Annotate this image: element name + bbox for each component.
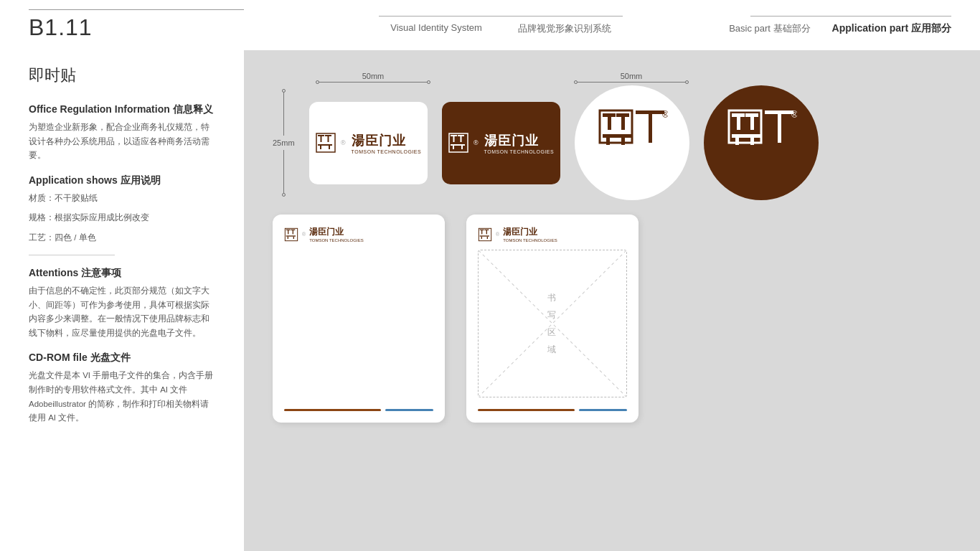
svg-rect-35 [765,110,793,114]
svg-rect-49 [484,229,489,230]
notepad2-cn: 湯臣门业 [503,226,557,238]
svg-rect-13 [451,144,465,146]
notepad2-text: 湯臣门业 TOMSON TECHNOLOGIES [503,226,557,242]
svg-rect-42 [293,230,293,234]
dim1-dot-right [427,80,430,84]
notepad1-cn: 湯臣门业 [309,226,363,238]
sticker1-en: TOMSON TECHNOLOGIES [352,149,422,154]
notepad2-footer [478,409,627,411]
notepad1-body [284,242,433,405]
svg-rect-18 [608,117,611,130]
notepad2-reg: ® [496,232,499,237]
notepad1-footer [284,409,433,411]
dim-side-group: 25mm [273,89,295,197]
svg-rect-3 [325,135,331,136]
sticker-dark: ® 湯臣门业 TOMSON TECHNOLOGIES [442,102,560,184]
svg-rect-41 [291,229,295,230]
content-area: 50mm 50mm [244,50,980,551]
section1-text: 为塑造企业新形象，配合企业商务礼仪规范，特设计各种办公系统用品，以适应各种商务活… [29,121,215,163]
svg-rect-45 [293,236,294,238]
sticker1-reg: ® [341,139,346,146]
svg-rect-2 [320,136,321,142]
svg-rect-30 [745,113,758,117]
svg-rect-33 [735,138,739,145]
dim1-line [316,80,430,84]
svg-rect-7 [329,146,330,149]
top-stickers-section: 50mm 50mm [273,72,951,200]
sticker2-en: TOMSON TECHNOLOGIES [484,149,555,154]
notepad2-icon [478,227,492,242]
dim-side-line2 [283,150,284,193]
sticker-circle-white: ® [575,85,689,200]
svg-rect-24 [636,110,664,114]
svg-rect-15 [461,146,463,149]
svg-rect-34 [750,138,754,145]
sticker1-cn: 湯臣门业 [352,132,422,149]
svg-rect-20 [621,117,625,130]
notepad1-logo: ® 湯臣门业 TOMSON TECHNOLOGIES [284,226,433,242]
svg-rect-44 [288,236,288,238]
page-container: B1.11 Visual Identity System 品牌视觉形象识别系统 … [0,0,980,551]
app-part-label: Application part 应用部分 [832,22,951,35]
sticker1-text: 湯臣门业 TOMSON TECHNOLOGIES [352,132,422,154]
section2-line2: 规格：根据实际应用成比例改变 [29,211,215,225]
section4-title: CD-ROM file 光盘文件 [29,352,215,364]
svg-rect-19 [616,113,629,117]
header-center-labels: Visual Identity System 品牌视觉形象识别系统 [390,22,611,35]
notepads-row: ® 湯臣门业 TOMSON TECHNOLOGIES [273,215,951,423]
dim2-dot-right [685,80,689,84]
svg-rect-36 [778,114,781,143]
svg-rect-23 [621,138,625,145]
sticker2-logo: ® 湯臣门业 TOMSON TECHNOLOGIES [448,132,554,154]
sidebar-title: 即时贴 [29,65,215,86]
svg-rect-4 [327,136,329,142]
sticker2-icon [448,132,469,154]
sticker2-cn: 湯臣门业 [484,132,555,149]
sticker3-icon: ® [596,107,668,179]
svg-rect-12 [460,136,461,142]
svg-rect-17 [603,113,616,117]
page-number: B1.11 [29,14,273,41]
notepad1-blue-line [385,409,433,411]
header-center-line [379,16,623,17]
svg-rect-39 [286,229,291,230]
svg-rect-29 [737,117,740,130]
svg-rect-9 [451,135,457,136]
section1-title: Office Regulation Information 信息释义 [29,103,215,116]
notepad2-brown-line [478,409,575,411]
svg-rect-22 [606,138,610,145]
dim2-label: 50mm [621,72,643,80]
sticker2-reg: ® [473,139,479,146]
svg-rect-28 [732,113,745,117]
section2-line1: 材质：不干胶贴纸 [29,192,215,206]
notepad2-writing-area: 书 写 区 域 [478,250,627,397]
svg-rect-25 [649,114,652,143]
notepad1-text: 湯臣门业 TOMSON TECHNOLOGIES [309,226,363,242]
svg-rect-10 [453,136,454,142]
header-right: Basic part 基础部分 Application part 应用部分 [729,16,951,35]
notepad2-en: TOMSON TECHNOLOGIES [503,238,557,242]
svg-rect-14 [453,146,454,149]
svg-rect-51 [480,235,489,236]
sticker-white: ® 湯臣门业 TOMSON TECHNOLOGIES [309,102,428,184]
svg-rect-31 [750,117,754,130]
notepad2-blue-line [579,409,627,411]
section2-title: Application shows 应用说明 [29,174,215,187]
sidebar-divider [29,255,115,255]
svg-rect-47 [480,229,484,230]
svg-text:®: ® [662,110,668,120]
dim-group-1: 50mm [316,72,430,84]
svg-rect-21 [603,134,631,138]
notepad1-brown-line [284,409,381,411]
section2-line3: 工艺：四色 / 单色 [29,231,215,245]
stickers-row: 25mm [273,85,951,200]
header-left-line [29,9,244,10]
brand-cn-label: 品牌视觉形象识别系统 [518,22,611,35]
sticker2-text: 湯臣门业 TOMSON TECHNOLOGIES [484,132,555,154]
header-right-labels: Basic part 基础部分 Application part 应用部分 [729,22,951,35]
section4-text: 光盘文件是本 VI 手册电子文件的集合，内含手册制作时的专用软件格式文件。其中 … [29,369,215,425]
svg-rect-5 [318,144,332,146]
dim-side-dot-bottom [282,193,286,197]
svg-rect-1 [318,135,324,136]
notepad1-icon [284,227,298,242]
